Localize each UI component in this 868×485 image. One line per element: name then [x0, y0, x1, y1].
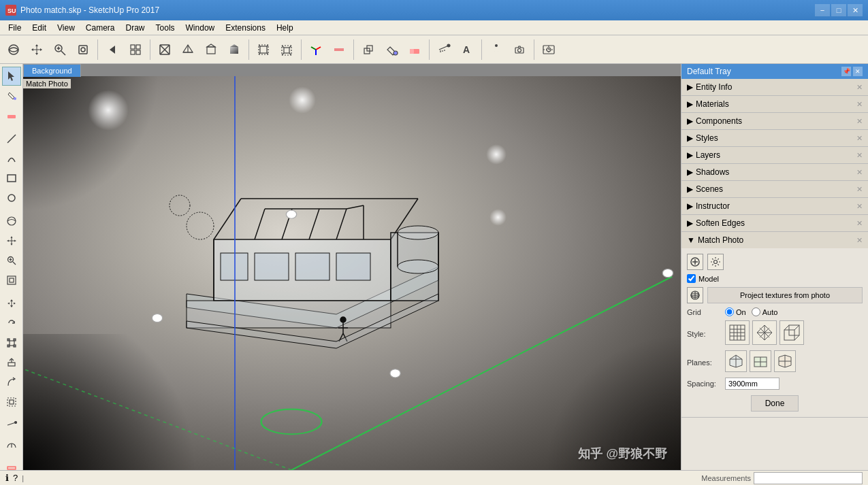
line-tool[interactable]: [2, 129, 21, 148]
eraser-tool[interactable]: [2, 106, 21, 125]
model-checkbox[interactable]: [687, 274, 696, 283]
arc-tool[interactable]: [2, 149, 21, 168]
tray-close-button[interactable]: ✕: [853, 67, 863, 76]
svg-point-93: [662, 269, 673, 277]
match-photo-button[interactable]: [538, 39, 560, 61]
paint-button[interactable]: [381, 39, 402, 61]
menu-edit[interactable]: Edit: [27, 22, 52, 34]
background-tab[interactable]: Background: [23, 64, 81, 77]
scenes-close[interactable]: ✕: [856, 185, 863, 194]
match-photo-header[interactable]: ▼ Match Photo ✕: [681, 232, 868, 248]
make-component-button[interactable]: [357, 39, 379, 61]
parallel-button[interactable]: [253, 39, 274, 61]
grid-auto-radio[interactable]: [752, 307, 760, 316]
zoom-button[interactable]: [49, 39, 71, 61]
project-textures-icon-button[interactable]: [687, 287, 703, 303]
styles-close[interactable]: ✕: [856, 134, 863, 143]
menu-camera[interactable]: Camera: [80, 22, 120, 34]
layers-close[interactable]: ✕: [856, 151, 863, 160]
grid-auto-option: Auto: [752, 307, 778, 316]
style-box-button[interactable]: [779, 320, 804, 345]
plane-yz-button[interactable]: [774, 350, 796, 372]
materials-close[interactable]: ✕: [856, 100, 863, 109]
components-close[interactable]: ✕: [856, 117, 863, 126]
eraser-button[interactable]: [404, 39, 425, 61]
match-photo-close[interactable]: ✕: [856, 236, 863, 245]
menu-view[interactable]: View: [52, 22, 80, 34]
walk-button[interactable]: [485, 39, 507, 61]
wireframe-button[interactable]: [177, 39, 199, 61]
soften-edges-close[interactable]: ✕: [856, 219, 863, 228]
prev-view-button[interactable]: [101, 39, 123, 61]
components-header[interactable]: ▶ Components ✕: [681, 113, 868, 129]
protractor-tool[interactable]: [2, 435, 21, 454]
scenes-header[interactable]: ▶ Scenes ✕: [681, 181, 868, 197]
style-grid-button[interactable]: [725, 320, 750, 345]
section-plane-tool[interactable]: [2, 458, 21, 470]
done-button[interactable]: Done: [751, 395, 799, 412]
menu-file[interactable]: File: [3, 22, 27, 34]
tape-measure-button[interactable]: [433, 39, 455, 61]
rotate-tool[interactable]: [2, 314, 21, 333]
plane-xz-button[interactable]: [750, 350, 771, 372]
close-button[interactable]: ✕: [848, 4, 863, 16]
hidden-line-button[interactable]: [200, 39, 222, 61]
plane-xy-button[interactable]: [725, 350, 747, 372]
position-camera-button[interactable]: [509, 39, 530, 61]
zoom-extents-button[interactable]: [72, 39, 94, 61]
svg-point-2: [9, 45, 18, 54]
svg-marker-23: [230, 44, 238, 47]
xray-button[interactable]: [154, 39, 176, 61]
materials-header[interactable]: ▶ Materials ✕: [681, 96, 868, 112]
orbit-tool[interactable]: [2, 212, 21, 231]
scale-tool[interactable]: [2, 333, 21, 352]
minimize-button[interactable]: −: [815, 4, 830, 16]
model-checkbox-row: Model: [687, 274, 863, 283]
entity-info-close[interactable]: ✕: [856, 83, 863, 92]
layers-header[interactable]: ▶ Layers ✕: [681, 147, 868, 163]
menu-window[interactable]: Window: [180, 22, 221, 34]
circle-tool[interactable]: [2, 188, 21, 207]
menu-help[interactable]: Help: [271, 22, 299, 34]
grid-on-radio[interactable]: [725, 307, 734, 316]
style-perspective-button[interactable]: [752, 320, 777, 345]
push-pull-tool[interactable]: [2, 353, 21, 372]
shadows-header[interactable]: ▶ Shadows ✕: [681, 164, 868, 180]
menu-draw[interactable]: Draw: [120, 22, 150, 34]
spacing-input[interactable]: [725, 378, 779, 390]
perspective-button[interactable]: [276, 39, 298, 61]
grid-row: Grid On Auto: [687, 307, 863, 316]
pan-tool[interactable]: [2, 231, 21, 250]
select-tool[interactable]: [2, 67, 21, 86]
menu-extensions[interactable]: Extensions: [220, 22, 271, 34]
move-tool[interactable]: [2, 294, 21, 313]
standard-views-button[interactable]: [125, 39, 146, 61]
section-cut-button[interactable]: [328, 39, 350, 61]
maximize-button[interactable]: □: [831, 4, 846, 16]
edit-photo-settings-button[interactable]: [707, 254, 724, 270]
shaded-button[interactable]: [223, 39, 245, 61]
orbit-button[interactable]: [3, 39, 25, 61]
follow-me-tool[interactable]: [2, 373, 21, 392]
measurements-input[interactable]: [754, 472, 863, 484]
offset-tool[interactable]: [2, 392, 21, 412]
styles-header[interactable]: ▶ Styles ✕: [681, 130, 868, 146]
tray-pin-button[interactable]: 📌: [841, 67, 851, 76]
shadows-close[interactable]: ✕: [856, 168, 863, 177]
project-textures-button[interactable]: Project textures from photo: [707, 287, 863, 303]
instructor-close[interactable]: ✕: [856, 202, 863, 211]
pan-button[interactable]: [26, 39, 48, 61]
entity-info-header[interactable]: ▶ Entity Info ✕: [681, 79, 868, 95]
text-button[interactable]: A: [456, 39, 478, 61]
zoom-tool[interactable]: [2, 251, 21, 270]
viewport-area[interactable]: Background Match Photo: [23, 64, 681, 470]
add-photo-button[interactable]: [687, 254, 703, 270]
soften-edges-header[interactable]: ▶ Soften Edges ✕: [681, 215, 868, 231]
axes-button[interactable]: [305, 39, 327, 61]
paint-tool[interactable]: [2, 86, 21, 105]
menu-tools[interactable]: Tools: [150, 22, 180, 34]
rectangle-tool[interactable]: [2, 169, 21, 188]
tape-measure-tool[interactable]: [2, 416, 21, 435]
zoom-extents-tool[interactable]: [2, 271, 21, 290]
instructor-header[interactable]: ▶ Instructor ✕: [681, 198, 868, 214]
